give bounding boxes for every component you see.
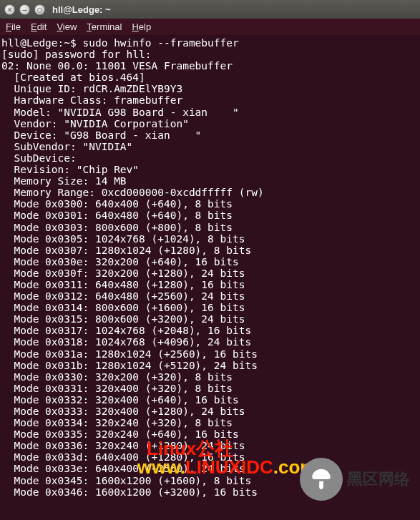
menu-view[interactable]: View [57,21,77,32]
terminal-info-line: Memory Range: 0xcd000000-0xcddfffff (rw) [0,187,420,198]
terminal-mode-line: Mode 0x0332: 320x400 (+640), 16 bits [0,394,420,406]
window-controls: × – ▢ [4,4,45,15]
terminal-header-line: 02: None 00.0: 11001 VESA Framebuffer [0,60,420,72]
terminal-mode-line: Mode 0x0301: 640x480 (+640), 8 bits [0,210,420,221]
terminal-output[interactable]: hll@Ledge:~$ sudo hwinfo --framebuffer[s… [0,36,420,520]
terminal-mode-line: Mode 0x0307: 1280x1024 (+1280), 8 bits [0,245,420,256]
window-title: hll@Ledge: ~ [52,4,111,15]
terminal-mode-line: Mode 0x033d: 640x400 (+1280), 16 bits [0,451,420,463]
terminal-mode-line: Mode 0x0315: 800x600 (+3200), 24 bits [0,313,420,325]
terminal-mode-line: Mode 0x0335: 320x240 (+640), 16 bits [0,428,420,440]
menu-terminal[interactable]: Terminal [87,21,122,32]
minimize-button[interactable]: – [19,4,30,15]
terminal-info-line: [Created at bios.464] [0,72,420,83]
terminal-mode-line: Mode 0x0334: 320x240 (+320), 8 bits [0,417,420,428]
terminal-mode-line: Mode 0x0346: 1600x1200 (+3200), 16 bits [0,486,420,498]
terminal-info-line: Unique ID: rdCR.AmZDElYB9Y3 [0,83,420,94]
menu-edit[interactable]: Edit [31,21,47,32]
terminal-mode-line: Mode 0x0330: 320x200 (+320), 8 bits [0,371,420,383]
terminal-mode-line: Mode 0x0318: 1024x768 (+4096), 24 bits [0,336,420,348]
terminal-info-line: SubDevice: [0,152,420,164]
menu-file[interactable]: File [6,21,21,32]
terminal-mode-line: Mode 0x0333: 320x400 (+1280), 24 bits [0,406,420,417]
terminal-mode-line: Mode 0x0300: 640x400 (+640), 8 bits [0,198,420,210]
terminal-mode-line: Mode 0x030f: 320x200 (+1280), 24 bits [0,268,420,279]
terminal-mode-line: Mode 0x030e: 320x200 (+640), 16 bits [0,256,420,268]
menu-bar: File Edit View Terminal Help [0,19,420,36]
menu-help[interactable]: Help [132,21,151,32]
terminal-mode-line: Mode 0x0331: 320x400 (+320), 8 bits [0,383,420,394]
terminal-info-line: Hardware Class: framebuffer [0,94,420,106]
terminal-mode-line: Mode 0x0303: 800x600 (+800), 8 bits [0,222,420,233]
terminal-mode-line: Mode 0x031b: 1280x1024 (+5120), 24 bits [0,360,420,371]
terminal-info-line: Revision: "Chip Rev" [0,164,420,175]
maximize-button[interactable]: ▢ [34,4,45,15]
terminal-mode-line: Mode 0x0311: 640x480 (+1280), 16 bits [0,279,420,290]
terminal-info-line: SubVendor: "NVIDIA" [0,141,420,152]
terminal-info-line: Memory Size: 14 MB [0,175,420,187]
terminal-mode-line: Mode 0x0345: 1600x1200 (+1600), 8 bits [0,475,420,486]
terminal-mode-line: Mode 0x0317: 1024x768 (+2048), 16 bits [0,325,420,336]
terminal-sudo-line: [sudo] password for hll: [0,49,420,60]
terminal-prompt-line: hll@Ledge:~$ sudo hwinfo --framebuffer [0,37,420,49]
close-button[interactable]: × [4,4,15,15]
terminal-info-line: Vendor: "NVIDIA Corporation" [0,118,420,129]
terminal-mode-line: Mode 0x0305: 1024x768 (+1024), 8 bits [0,233,420,245]
terminal-mode-line: Mode 0x0336: 320x240 (+1280), 24 bits [0,440,420,451]
terminal-info-line: Device: "G98 Board - xian " [0,129,420,141]
terminal-mode-line: Mode 0x031a: 1280x1024 (+2560), 16 bits [0,348,420,360]
window-titlebar: × – ▢ hll@Ledge: ~ [0,0,420,19]
terminal-mode-line: Mode 0x0312: 640x480 (+2560), 24 bits [0,290,420,302]
terminal-mode-line: Mode 0x0314: 800x600 (+1600), 16 bits [0,302,420,313]
terminal-mode-line: Model: "NVIDIA G98 Board - xian " [0,107,420,118]
terminal-mode-line: Mode 0x033e: 640x400 (+2560), 24 bits [0,463,420,474]
